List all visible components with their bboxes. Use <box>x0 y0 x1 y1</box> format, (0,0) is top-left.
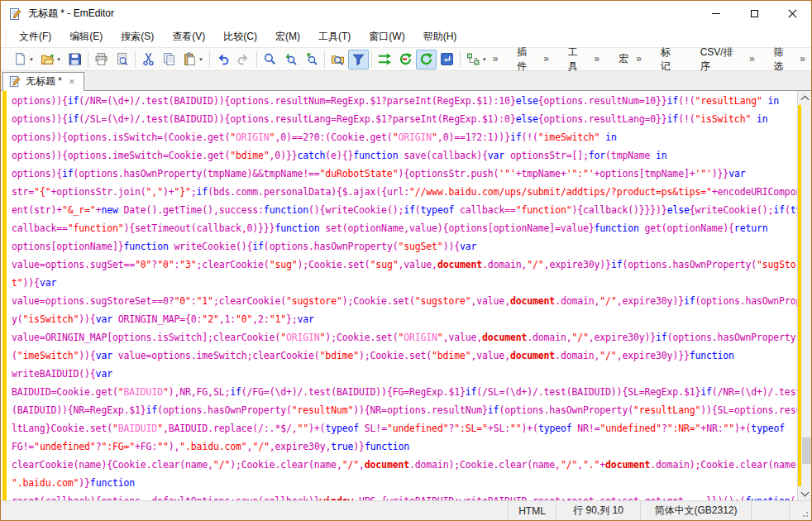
csv-sort-toolbar-button[interactable]: CSV/排序 <box>695 50 748 69</box>
tools-overflow-button[interactable]: » <box>593 53 604 66</box>
tab-untitled[interactable]: 无标题 * × <box>2 72 84 91</box>
modified-lines-marker <box>2 91 7 500</box>
statusbar-syntax-mode[interactable]: HTML <box>508 501 556 520</box>
find-button[interactable] <box>260 50 280 69</box>
find-in-files-button[interactable] <box>327 50 348 69</box>
wrap-by-window-button[interactable] <box>416 50 437 69</box>
menu-item-help[interactable]: 帮助(H) <box>414 26 466 47</box>
toolbar-groups: 插件»工具»宏»标记CSV/排序»筛选» <box>503 50 810 69</box>
dropdown-arrow-icon[interactable]: ▼ <box>29 57 34 62</box>
resize-grip[interactable] <box>806 515 808 517</box>
toolbar-separator <box>256 51 257 68</box>
find-previous-icon <box>284 52 298 66</box>
cut-button[interactable] <box>138 50 159 69</box>
code-line: writeBAIDUID(){var <box>12 365 797 383</box>
undo-button[interactable] <box>213 50 233 69</box>
dropdown-arrow-icon[interactable]: ▼ <box>198 57 203 62</box>
toolbar: ▼▼▼▼ » 插件»工具»宏»标记CSV/排序»筛选» <box>1 47 811 71</box>
statusbar-spacer <box>1 501 508 520</box>
tab-bar: 无标题 * × <box>1 71 811 91</box>
dropdown-arrow-icon[interactable]: ▼ <box>482 57 487 62</box>
find-previous-button[interactable] <box>280 50 301 69</box>
cut-icon <box>141 52 155 66</box>
toolbar-group-markers: 标记 <box>646 50 685 69</box>
menu-item-compare[interactable]: 比较(C) <box>214 26 266 47</box>
wrap-by-characters-button[interactable] <box>395 50 416 69</box>
scroll-up-arrow[interactable] <box>798 91 811 105</box>
print-button[interactable] <box>91 50 112 69</box>
code-line: t")){var <box>12 274 797 292</box>
wrap-by-page-button[interactable] <box>437 50 457 69</box>
toolbar-separator <box>460 51 461 68</box>
wrap-by-characters-icon <box>399 52 413 66</box>
find-next-button[interactable] <box>301 50 322 69</box>
menu-item-edit[interactable]: 编辑(E) <box>60 26 112 47</box>
toolbar-group-plugins: 插件» <box>503 50 553 69</box>
toolbar-separator <box>135 51 136 68</box>
wrap-by-window-icon <box>419 52 433 66</box>
tab-label: 无标题 * <box>26 74 62 88</box>
code-line: options)){options.imeSwitch=Cookie.get("… <box>12 146 797 165</box>
open-file-button[interactable]: ▼ <box>37 50 64 69</box>
dropdown-arrow-icon[interactable]: ▼ <box>56 57 61 62</box>
plugins-overflow-button[interactable]: » <box>542 53 553 66</box>
menu-item-search[interactable]: 搜索(S) <box>112 26 163 47</box>
toolbar-separator <box>371 51 372 68</box>
print-preview-button[interactable] <box>112 50 132 69</box>
paste-button[interactable]: ▼ <box>179 50 207 69</box>
status-bar: HTML行 90,列 10简体中文(GB2312) <box>1 500 811 520</box>
filter-button[interactable] <box>348 50 369 69</box>
code-line: BAIDUID=Cookie.get("BAIDUID"),NR,FG,SL;i… <box>12 383 797 401</box>
statusbar-encoding[interactable]: 简体中文(GB2312) <box>640 501 751 520</box>
tools-toolbar-button[interactable]: 工具 <box>562 50 593 69</box>
toolbar-main: ▼▼▼▼ <box>10 50 490 69</box>
toolbar-group-tools: 工具» <box>553 50 604 69</box>
code-area[interactable]: options)){if(/NR=(\d+)/.test(BAIDUID)){o… <box>1 91 797 500</box>
code-line: str="{"+optionsStr.join(",")+"}";if(bds.… <box>12 183 797 201</box>
code-line: ".baidu.com")}function <box>12 474 797 492</box>
close-button[interactable] <box>773 1 811 26</box>
filter-icon <box>351 52 365 66</box>
scrollbar-thumb[interactable] <box>802 437 811 464</box>
markers-toolbar-button[interactable]: 标记 <box>655 50 685 69</box>
emeditor-app-icon <box>8 7 21 21</box>
menu-item-tools[interactable]: 工具(T) <box>309 26 360 47</box>
menu-item-file[interactable]: 文件(F) <box>10 26 60 47</box>
plugins-toolbar-button[interactable]: 插件 <box>511 50 542 69</box>
filter-toolbar-overflow-button[interactable]: » <box>798 53 810 66</box>
no-wrap-icon <box>378 52 392 66</box>
toolbar-overflow-button[interactable]: » <box>490 53 503 66</box>
tab-close-icon[interactable]: × <box>67 76 77 87</box>
save-button[interactable] <box>64 50 85 69</box>
copy-button[interactable] <box>159 50 179 69</box>
code-line: y("isSwitch")){var ORINGIN_MAP={0:"2",1:… <box>12 310 797 328</box>
minimize-button[interactable] <box>697 1 735 26</box>
menu-item-macros[interactable]: 宏(M) <box>266 26 309 47</box>
undo-icon <box>216 52 230 66</box>
no-wrap-button[interactable] <box>375 50 395 69</box>
menu-item-view[interactable]: 查看(V) <box>163 26 214 47</box>
menu-item-window[interactable]: 窗口(W) <box>360 26 413 47</box>
scrollbar-track[interactable] <box>798 105 811 486</box>
menubar-gripper[interactable] <box>4 29 8 45</box>
close-icon <box>788 9 797 18</box>
macros-overflow-button[interactable]: » <box>634 53 646 66</box>
new-file-button[interactable]: ▼ <box>10 50 37 69</box>
paste-icon <box>183 52 197 66</box>
vertical-scrollbar[interactable] <box>797 91 811 500</box>
redo-icon <box>236 52 251 66</box>
document-icon <box>8 75 21 88</box>
code-line: ltLang}Cookie.set("BAIDUID",BAIDUID.repl… <box>12 419 797 437</box>
statusbar-cell-empty-1 <box>751 501 789 520</box>
outline-button[interactable]: ▼ <box>463 50 490 69</box>
statusbar-cursor-position[interactable]: 行 90,列 10 <box>556 501 640 520</box>
find-icon <box>263 52 277 66</box>
editor-pane[interactable]: options)){if(/NR=(\d+)/.test(BAIDUID)){o… <box>1 91 811 500</box>
toolbar-separator <box>324 51 325 68</box>
scroll-down-arrow[interactable] <box>798 486 811 500</box>
menu-bar: 文件(F)编辑(E)搜索(S)查看(V)比较(C)宏(M)工具(T)窗口(W)帮… <box>1 26 811 47</box>
filter-toolbar-toolbar-button[interactable]: 筛选 <box>767 50 798 69</box>
macros-toolbar-button[interactable]: 宏 <box>613 50 634 69</box>
maximize-button[interactable] <box>735 1 773 26</box>
csv-sort-overflow-button[interactable]: » <box>748 53 759 66</box>
